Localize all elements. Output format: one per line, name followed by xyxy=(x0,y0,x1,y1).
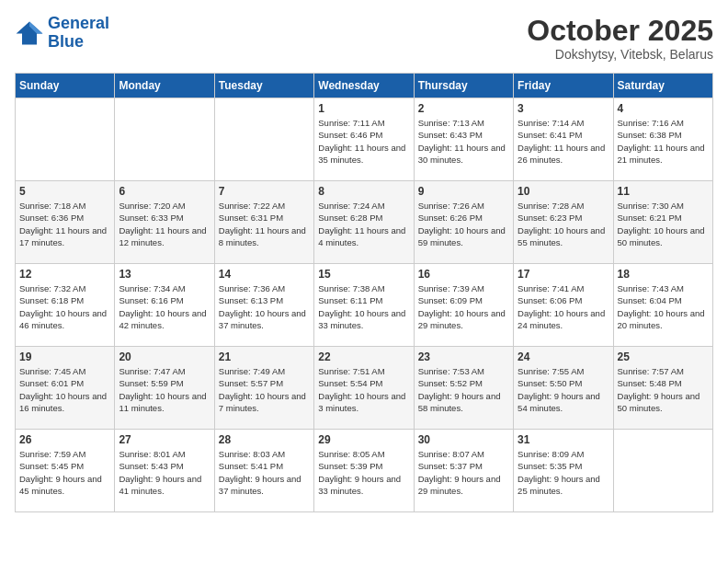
day-number: 1 xyxy=(318,102,409,115)
day-number: 20 xyxy=(119,350,210,363)
calendar-cell: 16Sunrise: 7:39 AM Sunset: 6:09 PM Dayli… xyxy=(414,264,513,347)
calendar-header-row: SundayMondayTuesdayWednesdayThursdayFrid… xyxy=(16,74,713,98)
calendar-cell: 19Sunrise: 7:45 AM Sunset: 6:01 PM Dayli… xyxy=(16,347,115,430)
day-of-week-header: Monday xyxy=(115,74,214,98)
day-of-week-header: Wednesday xyxy=(314,74,414,98)
day-info: Sunrise: 7:24 AM Sunset: 6:28 PM Dayligh… xyxy=(318,200,409,248)
day-info: Sunrise: 8:09 AM Sunset: 5:35 PM Dayligh… xyxy=(518,448,609,497)
day-info: Sunrise: 8:01 AM Sunset: 5:43 PM Dayligh… xyxy=(119,448,210,497)
calendar-cell: 18Sunrise: 7:43 AM Sunset: 6:04 PM Dayli… xyxy=(613,264,712,347)
day-number: 14 xyxy=(219,268,310,281)
day-number: 10 xyxy=(518,185,609,198)
calendar-cell: 26Sunrise: 7:59 AM Sunset: 5:45 PM Dayli… xyxy=(16,430,115,512)
calendar-cell: 12Sunrise: 7:32 AM Sunset: 6:18 PM Dayli… xyxy=(16,264,115,347)
day-of-week-header: Friday xyxy=(514,74,613,98)
day-number: 8 xyxy=(318,185,409,198)
calendar-week-row: 26Sunrise: 7:59 AM Sunset: 5:45 PM Dayli… xyxy=(16,430,713,512)
day-number: 21 xyxy=(219,350,310,363)
day-info: Sunrise: 7:34 AM Sunset: 6:16 PM Dayligh… xyxy=(119,282,210,331)
calendar-cell: 4Sunrise: 7:16 AM Sunset: 6:38 PM Daylig… xyxy=(613,98,712,181)
day-info: Sunrise: 7:26 AM Sunset: 6:26 PM Dayligh… xyxy=(418,200,509,248)
day-number: 31 xyxy=(518,433,609,446)
day-info: Sunrise: 7:39 AM Sunset: 6:09 PM Dayligh… xyxy=(418,282,509,331)
day-number: 5 xyxy=(19,185,110,198)
calendar-cell: 3Sunrise: 7:14 AM Sunset: 6:41 PM Daylig… xyxy=(514,98,613,181)
day-number: 25 xyxy=(618,350,709,363)
calendar-cell: 28Sunrise: 8:03 AM Sunset: 5:41 PM Dayli… xyxy=(214,430,313,512)
day-info: Sunrise: 7:28 AM Sunset: 6:23 PM Dayligh… xyxy=(518,200,609,248)
calendar-cell xyxy=(115,98,214,181)
calendar-cell: 23Sunrise: 7:53 AM Sunset: 5:52 PM Dayli… xyxy=(414,347,513,430)
day-info: Sunrise: 7:53 AM Sunset: 5:52 PM Dayligh… xyxy=(418,365,509,414)
day-number: 26 xyxy=(19,433,110,446)
day-info: Sunrise: 7:38 AM Sunset: 6:11 PM Dayligh… xyxy=(318,282,409,331)
day-number: 27 xyxy=(119,433,210,446)
day-number: 6 xyxy=(119,185,210,198)
calendar-week-row: 19Sunrise: 7:45 AM Sunset: 6:01 PM Dayli… xyxy=(16,347,713,430)
day-number: 30 xyxy=(418,433,509,446)
calendar-cell: 11Sunrise: 7:30 AM Sunset: 6:21 PM Dayli… xyxy=(613,181,712,264)
location-subtitle: Dokshytsy, Vitebsk, Belarus xyxy=(527,47,713,62)
calendar-cell: 15Sunrise: 7:38 AM Sunset: 6:11 PM Dayli… xyxy=(314,264,414,347)
calendar-cell: 20Sunrise: 7:47 AM Sunset: 5:59 PM Dayli… xyxy=(115,347,214,430)
day-info: Sunrise: 7:18 AM Sunset: 6:36 PM Dayligh… xyxy=(19,200,110,248)
day-number: 19 xyxy=(19,350,110,363)
day-number: 16 xyxy=(418,268,509,281)
day-info: Sunrise: 7:43 AM Sunset: 6:04 PM Dayligh… xyxy=(618,282,709,331)
day-number: 9 xyxy=(418,185,509,198)
day-info: Sunrise: 7:36 AM Sunset: 6:13 PM Dayligh… xyxy=(219,282,310,331)
day-number: 22 xyxy=(318,350,409,363)
day-info: Sunrise: 7:41 AM Sunset: 6:06 PM Dayligh… xyxy=(518,282,609,331)
calendar-cell: 21Sunrise: 7:49 AM Sunset: 5:57 PM Dayli… xyxy=(214,347,313,430)
logo: General Blue xyxy=(15,15,109,52)
day-info: Sunrise: 7:49 AM Sunset: 5:57 PM Dayligh… xyxy=(219,365,310,414)
day-number: 2 xyxy=(418,102,509,115)
calendar-cell: 2Sunrise: 7:13 AM Sunset: 6:43 PM Daylig… xyxy=(414,98,513,181)
calendar-cell: 1Sunrise: 7:11 AM Sunset: 6:46 PM Daylig… xyxy=(314,98,414,181)
day-number: 15 xyxy=(318,268,409,281)
calendar-cell: 29Sunrise: 8:05 AM Sunset: 5:39 PM Dayli… xyxy=(314,430,414,512)
day-info: Sunrise: 7:16 AM Sunset: 6:38 PM Dayligh… xyxy=(618,117,709,166)
calendar-cell: 17Sunrise: 7:41 AM Sunset: 6:06 PM Dayli… xyxy=(514,264,613,347)
calendar-cell: 7Sunrise: 7:22 AM Sunset: 6:31 PM Daylig… xyxy=(214,181,313,264)
day-number: 23 xyxy=(418,350,509,363)
calendar-cell: 5Sunrise: 7:18 AM Sunset: 6:36 PM Daylig… xyxy=(16,181,115,264)
logo-icon xyxy=(15,20,44,46)
calendar-cell xyxy=(16,98,115,181)
page-header: General Blue October 2025 Dokshytsy, Vit… xyxy=(15,15,713,62)
calendar-cell: 14Sunrise: 7:36 AM Sunset: 6:13 PM Dayli… xyxy=(214,264,313,347)
calendar-table: SundayMondayTuesdayWednesdayThursdayFrid… xyxy=(15,73,713,512)
day-info: Sunrise: 7:55 AM Sunset: 5:50 PM Dayligh… xyxy=(518,365,609,414)
calendar-week-row: 12Sunrise: 7:32 AM Sunset: 6:18 PM Dayli… xyxy=(16,264,713,347)
calendar-cell: 8Sunrise: 7:24 AM Sunset: 6:28 PM Daylig… xyxy=(314,181,414,264)
calendar-cell: 24Sunrise: 7:55 AM Sunset: 5:50 PM Dayli… xyxy=(514,347,613,430)
day-info: Sunrise: 7:11 AM Sunset: 6:46 PM Dayligh… xyxy=(318,117,409,166)
month-title: October 2025 xyxy=(527,15,713,47)
day-info: Sunrise: 8:03 AM Sunset: 5:41 PM Dayligh… xyxy=(219,448,310,497)
day-info: Sunrise: 7:20 AM Sunset: 6:33 PM Dayligh… xyxy=(119,200,210,248)
calendar-cell xyxy=(613,430,712,512)
calendar-cell: 9Sunrise: 7:26 AM Sunset: 6:26 PM Daylig… xyxy=(414,181,513,264)
day-number: 12 xyxy=(19,268,110,281)
day-of-week-header: Sunday xyxy=(16,74,115,98)
logo-text: General Blue xyxy=(48,15,109,52)
day-number: 28 xyxy=(219,433,310,446)
title-block: October 2025 Dokshytsy, Vitebsk, Belarus xyxy=(527,15,713,62)
calendar-cell: 6Sunrise: 7:20 AM Sunset: 6:33 PM Daylig… xyxy=(115,181,214,264)
day-number: 17 xyxy=(518,268,609,281)
day-number: 4 xyxy=(618,102,709,115)
calendar-cell: 25Sunrise: 7:57 AM Sunset: 5:48 PM Dayli… xyxy=(613,347,712,430)
day-info: Sunrise: 7:45 AM Sunset: 6:01 PM Dayligh… xyxy=(19,365,110,414)
day-info: Sunrise: 7:47 AM Sunset: 5:59 PM Dayligh… xyxy=(119,365,210,414)
calendar-cell: 13Sunrise: 7:34 AM Sunset: 6:16 PM Dayli… xyxy=(115,264,214,347)
calendar-week-row: 1Sunrise: 7:11 AM Sunset: 6:46 PM Daylig… xyxy=(16,98,713,181)
day-number: 3 xyxy=(518,102,609,115)
day-number: 18 xyxy=(618,268,709,281)
day-info: Sunrise: 7:32 AM Sunset: 6:18 PM Dayligh… xyxy=(19,282,110,331)
day-number: 11 xyxy=(618,185,709,198)
day-of-week-header: Saturday xyxy=(613,74,712,98)
day-info: Sunrise: 8:05 AM Sunset: 5:39 PM Dayligh… xyxy=(318,448,409,497)
day-info: Sunrise: 7:59 AM Sunset: 5:45 PM Dayligh… xyxy=(19,448,110,497)
day-of-week-header: Tuesday xyxy=(214,74,313,98)
day-info: Sunrise: 7:57 AM Sunset: 5:48 PM Dayligh… xyxy=(618,365,709,414)
